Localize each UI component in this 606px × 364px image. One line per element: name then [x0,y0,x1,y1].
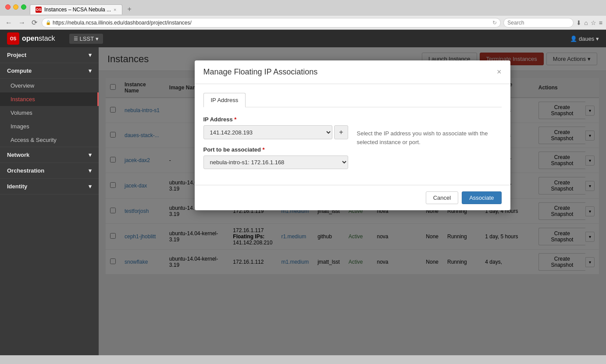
lock-icon: 🔒 [46,20,51,25]
sidebar-network-chevron-icon: ▾ [89,152,92,158]
sidebar-section-orchestration[interactable]: Orchestration ▾ [0,163,99,179]
sidebar-identity-label: Identity [7,183,27,190]
browser-search-input[interactable] [503,18,574,28]
form-hint-text: Select the IP address you wish to associ… [357,129,502,146]
project-label: LSST [80,35,94,42]
user-menu[interactable]: 👤 daues ▾ [570,35,599,42]
openstack-icon: OS [7,32,19,45]
modal-overlay: Manage Floating IP Associations × IP Add… [99,47,606,355]
forward-button[interactable]: → [17,18,27,28]
manage-floating-ip-modal: Manage Floating IP Associations × IP Add… [195,60,510,210]
openstack-text: openstack [22,35,55,42]
url-text: https://nebula.ncsa.illinois.edu/dashboa… [53,20,491,26]
content-area: Instances Launch Instance Terminate Inst… [99,47,606,355]
cancel-button[interactable]: Cancel [426,191,458,204]
sidebar-item-overview[interactable]: Overview [0,79,99,92]
sidebar-orchestration-label: Orchestration [7,167,44,174]
home-icon: ⌂ [584,19,588,26]
ip-address-group: IP Address * 141.142.208.193 + [203,116,348,139]
sidebar-orchestration-chevron-icon: ▾ [89,167,92,174]
ip-address-input-group: 141.142.208.193 + [203,125,348,139]
project-chevron-icon: ▾ [96,35,99,42]
sidebar-section-network[interactable]: Network ▾ [0,147,99,163]
sidebar-project-chevron-icon: ▾ [89,52,92,58]
port-select[interactable]: nebula-intro-s1: 172.16.1.168 [203,155,348,169]
ip-address-select[interactable]: 141.142.208.193 [203,125,333,139]
port-group: Port to be associated * nebula-intro-s1:… [203,146,348,169]
modal-title: Manage Floating IP Associations [203,67,318,77]
port-required-marker: * [263,146,265,153]
form-hint-col: Select the IP address you wish to associ… [357,116,502,169]
sidebar-volumes-label: Volumes [11,110,32,116]
minimize-traffic-light[interactable] [13,4,18,10]
sidebar-item-volumes[interactable]: Volumes [0,106,99,120]
tab-favicon: OS [36,7,42,13]
form-left-col: IP Address * 141.142.208.193 + [203,116,348,169]
sidebar-item-instances[interactable]: Instances [0,92,99,106]
sidebar-instances-label: Instances [11,96,35,102]
openstack-logo: OS openstack [7,32,55,45]
sidebar-section-identity[interactable]: Identity ▾ [0,179,99,194]
sidebar-network-label: Network [7,152,29,158]
sidebar-item-access-security[interactable]: Access & Security [0,133,99,147]
menu-icon: ≡ [599,19,602,26]
url-bar[interactable]: 🔒 https://nebula.ncsa.illinois.edu/dashb… [42,18,501,28]
sidebar: Project ▾ Compute ▾ Overview Instances V… [0,47,99,355]
maximize-traffic-light[interactable] [21,4,26,10]
modal-footer: Cancel Associate [195,185,510,210]
ip-address-label: IP Address * [203,116,348,123]
associate-button[interactable]: Associate [462,191,501,204]
sidebar-overview-label: Overview [11,82,34,89]
port-label: Port to be associated * [203,146,348,153]
sidebar-section-compute[interactable]: Compute ▾ [0,63,99,79]
project-selector[interactable]: ☰ LSST ▾ [69,34,103,44]
modal-body: IP Address IP Address * [195,84,510,185]
sidebar-compute-label: Compute [7,67,32,74]
sidebar-identity-chevron-icon: ▾ [89,183,92,190]
close-traffic-light[interactable] [5,4,11,10]
sidebar-images-label: Images [11,123,29,130]
sidebar-compute-chevron-icon: ▾ [89,67,92,74]
back-button[interactable]: ← [4,18,14,28]
sidebar-item-images[interactable]: Images [0,120,99,133]
tab-title: Instances – NCSA Nebula ... [44,7,111,13]
modal-header: Manage Floating IP Associations × [195,60,510,84]
bookmark-icon: ☆ [591,19,596,26]
refresh-button[interactable]: ⟳ [30,18,39,28]
user-icon: 👤 [570,35,579,42]
sidebar-access-label: Access & Security [11,137,57,143]
modal-tab-label: IP Address [211,97,239,103]
sidebar-section-project[interactable]: Project ▾ [0,47,99,63]
sidebar-project-label: Project [7,52,26,58]
browser-tab[interactable]: OS Instances – NCSA Nebula ... × [30,4,122,14]
browser-icon-bar: ⬇ ⌂ ☆ ≡ [576,19,602,26]
modal-tabs: IP Address [203,93,502,107]
add-ip-button[interactable]: + [334,125,348,139]
tab-close-button[interactable]: × [114,7,116,12]
username: daues [579,35,594,42]
modal-tab-ip-address[interactable]: IP Address [203,93,246,107]
download-icon: ⬇ [576,19,581,26]
new-tab-button[interactable]: + [128,5,132,13]
modal-close-button[interactable]: × [497,67,502,77]
user-chevron-icon: ▾ [596,35,599,42]
modal-form-row: IP Address * 141.142.208.193 + [203,116,502,169]
app-header: OS openstack ☰ LSST ▾ 👤 daues ▾ [0,30,606,47]
project-icon: ☰ [74,36,78,42]
url-refresh-icon: ↻ [492,20,497,26]
ip-required-marker: * [234,116,236,123]
